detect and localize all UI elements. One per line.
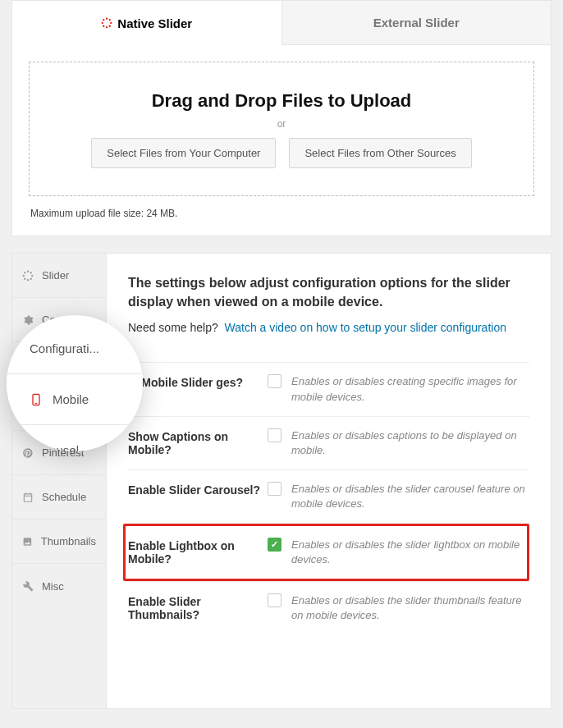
sidebar-item-label: Misc (42, 580, 64, 593)
setting-row-thumbnails: Enable Slider Thumbnails? Enables or dis… (128, 581, 529, 634)
svg-point-4 (103, 19, 104, 21)
dropzone-title: Drag and Drop Files to Upload (152, 90, 412, 112)
sidebar-item-label: Slider (42, 269, 69, 282)
max-upload-size: Maximum upload file size: 24 MB. (30, 208, 551, 219)
checkbox-lightbox[interactable]: ✓ (268, 538, 282, 552)
gear-icon (22, 314, 34, 326)
setting-label: Enable Slider Carousel? (128, 482, 268, 497)
svg-point-6 (103, 25, 104, 27)
tab-native-slider[interactable]: Native Slider (12, 1, 282, 45)
magnifier-label: Mobile (53, 392, 89, 406)
mobile-icon (30, 393, 43, 406)
svg-point-10 (23, 274, 25, 276)
svg-point-7 (109, 19, 111, 21)
svg-point-11 (31, 274, 33, 276)
svg-point-8 (27, 270, 29, 272)
upload-card: Native Slider External Slider Drag and D… (11, 0, 552, 236)
settings-content: The settings below adjust configuration … (107, 254, 551, 708)
checkbox-carousel[interactable] (268, 482, 282, 496)
loader-icon (22, 270, 34, 282)
magnifier-overlay: Configurati... Mobile Carousel (7, 315, 143, 451)
sidebar-item-misc[interactable]: Misc (12, 564, 106, 608)
svg-point-15 (30, 272, 32, 273)
setting-desc: Enables or disables the slider carousel … (291, 482, 529, 511)
help-link[interactable]: Watch a video on how to setup your slide… (225, 321, 506, 334)
checkbox-thumbnails[interactable] (268, 593, 282, 607)
svg-point-13 (30, 277, 32, 279)
checkbox-mobile-images[interactable] (268, 374, 282, 388)
setting-label: te Mobile Slider ges? (128, 374, 268, 389)
calendar-icon (22, 492, 34, 503)
setting-desc: Enables or disables the slider thumbnail… (291, 593, 529, 623)
dropzone-button-row: Select Files from Your Computer Select F… (91, 138, 471, 168)
setting-row-carousel: Enable Slider Carousel? Enables or disab… (128, 469, 529, 523)
sidebar-item-thumbnails[interactable]: Thumbnails (12, 520, 106, 564)
help-text: Need some help? (128, 321, 218, 334)
svg-point-9 (27, 279, 29, 281)
select-files-other-button[interactable]: Select Files from Other Sources (289, 138, 471, 168)
magnifier-label: Configurati... (30, 341, 99, 355)
select-files-computer-button[interactable]: Select Files from Your Computer (91, 138, 276, 168)
sidebar-item-label: Thumbnails (41, 535, 96, 547)
setting-desc: Enables or disables captions to be displ… (291, 428, 529, 458)
settings-heading: The settings below adjust configuration … (128, 273, 529, 311)
tab-external-slider[interactable]: External Slider (282, 1, 552, 45)
wrench-icon (22, 580, 34, 592)
sidebar-item-label: Schedule (42, 491, 86, 503)
tab-native-label: Native Slider (117, 16, 192, 30)
loader-icon (101, 17, 112, 29)
setting-desc: Enables or disables the slider lightbox … (291, 538, 527, 567)
svg-point-5 (109, 25, 111, 27)
help-row: Need some help? Watch a video on how to … (128, 321, 529, 334)
tabs: Native Slider External Slider (12, 1, 551, 45)
svg-point-1 (106, 26, 108, 28)
image-icon (22, 536, 33, 547)
sidebar-item-slider[interactable]: Slider (12, 254, 106, 298)
setting-row-lightbox: Enable Lightbox on Mobile? ✓ Enables or … (123, 524, 529, 581)
setting-row-captions: Show Captions on Mobile? Enables or disa… (128, 416, 529, 469)
dropzone-or: or (277, 118, 286, 130)
pinterest-icon (22, 447, 34, 459)
magnifier-item-mobile[interactable]: Mobile (7, 374, 143, 425)
setting-label: Enable Lightbox on Mobile? (128, 538, 268, 565)
svg-point-12 (24, 272, 25, 273)
setting-row-mobile-images: te Mobile Slider ges? Enables or disable… (128, 362, 529, 415)
sidebar-item-schedule[interactable]: Schedule (12, 475, 106, 520)
file-dropzone[interactable]: Drag and Drop Files to Upload or Select … (29, 62, 534, 196)
setting-label: Enable Slider Thumbnails? (128, 593, 268, 621)
setting-label: Show Captions on Mobile? (128, 428, 268, 456)
setting-desc: Enables or disables creating specific im… (291, 374, 529, 404)
svg-point-2 (102, 22, 103, 24)
tab-external-label: External Slider (373, 16, 460, 30)
checkbox-captions[interactable] (268, 428, 282, 442)
svg-point-3 (110, 22, 112, 24)
svg-point-14 (24, 277, 25, 279)
svg-point-0 (106, 18, 108, 20)
